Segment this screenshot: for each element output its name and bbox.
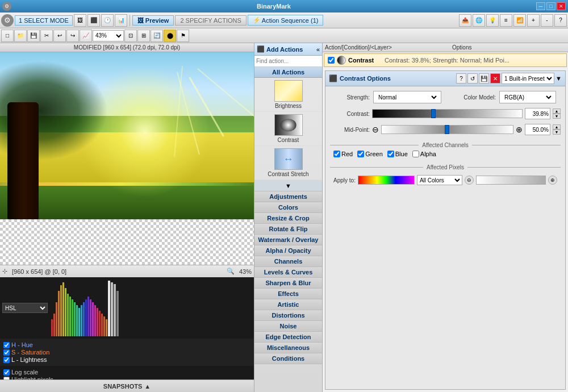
wifi-icon[interactable]: 📶 xyxy=(513,14,526,27)
contrast-slider-thumb[interactable] xyxy=(431,109,436,118)
toolbar-icon-1[interactable]: 🖼 xyxy=(74,14,86,27)
distortions-category[interactable]: Distortions xyxy=(254,310,322,321)
lightness-checkbox[interactable] xyxy=(3,357,10,363)
contrast-action-item[interactable]: Contrast xyxy=(254,112,322,146)
undo-btn[interactable]: ↩ xyxy=(53,30,66,42)
contrast-action-row[interactable]: Contrast Contrast: 39.8%; Strength: Norm… xyxy=(324,53,567,67)
watermark-category[interactable]: Watermark / Overlay xyxy=(254,235,322,245)
red-channel-checkbox[interactable] xyxy=(333,151,340,157)
hue-checkbox[interactable] xyxy=(3,342,10,348)
all-actions-tab[interactable]: All Actions xyxy=(254,67,322,78)
contrast-stretch-action-item[interactable]: ↔ Contrast Stretch xyxy=(254,146,322,180)
artistic-category[interactable]: Artistic xyxy=(254,299,322,310)
hist-btn[interactable]: 📈 xyxy=(80,30,92,42)
add-icon[interactable]: + xyxy=(527,14,540,27)
green-channel-checkbox[interactable] xyxy=(357,151,364,157)
color-model-select[interactable]: RGB(A) HSL Lab xyxy=(502,94,553,101)
specify-actions-button[interactable]: 2 SPECIFY ACTIONS xyxy=(175,15,246,26)
add-actions-icon: ⬛ xyxy=(257,45,265,53)
brightness-action-item[interactable]: Brightness xyxy=(254,78,322,112)
options-body: Strength: Normal Strong Soft Color Model… xyxy=(325,86,565,192)
help-icon[interactable]: ? xyxy=(554,14,567,27)
minus-icon[interactable]: - xyxy=(541,14,553,27)
select-mode-button[interactable]: 1 SELECT MODE xyxy=(15,15,73,26)
effects-category[interactable]: Effects xyxy=(254,289,322,299)
minimize-button[interactable]: ─ xyxy=(536,2,545,10)
options-undo-button[interactable]: ↺ xyxy=(467,73,478,84)
add-actions-button[interactable]: ⬛ Add Actions xyxy=(257,45,303,53)
midpoint-slider-track[interactable] xyxy=(381,125,513,134)
redo-btn[interactable]: ↪ xyxy=(66,30,79,42)
noise-category[interactable]: Noise xyxy=(254,321,322,332)
levels-curves-category[interactable]: Levels & Curves xyxy=(254,267,322,278)
toolbar-icon-2[interactable]: ⬛ xyxy=(87,14,100,27)
adjustments-category[interactable]: Adjustments xyxy=(254,191,322,202)
strength-select[interactable]: Normal Strong Soft xyxy=(376,94,438,101)
options-save-button[interactable]: 💾 xyxy=(479,73,489,84)
conditions-category[interactable]: Conditions xyxy=(254,353,322,364)
contrast-slider-track[interactable] xyxy=(372,109,523,118)
contrast-spin-down[interactable]: ▼ xyxy=(553,114,561,119)
refresh-btn[interactable]: 🔄 xyxy=(151,30,163,42)
toolbar-icon-3[interactable]: 🕐 xyxy=(101,14,114,27)
apply-to-row: Apply to: All Colors ⊖ ⊕ xyxy=(330,173,561,187)
zoom-actual-btn[interactable]: ⊞ xyxy=(137,30,150,42)
bulb-icon[interactable]: 💡 xyxy=(486,14,499,27)
pixels-minus-btn[interactable]: ⊖ xyxy=(465,176,474,185)
midpoint-spin-up[interactable]: ▲ xyxy=(553,124,561,130)
midpoint-spinner[interactable]: ▲ ▼ xyxy=(553,124,561,135)
new-btn[interactable]: □ xyxy=(1,30,14,42)
log-scale-checkbox[interactable] xyxy=(3,369,10,376)
strength-color-row: Strength: Normal Strong Soft Color Model… xyxy=(330,91,561,103)
preset-select[interactable]: 1 Built-in Preset xyxy=(502,73,554,84)
zoom-fit-btn[interactable]: ⊡ xyxy=(124,30,137,42)
strength-dropdown[interactable]: Normal Strong Soft xyxy=(373,91,441,103)
action-sequence-button[interactable]: ⚡ Action Sequence (1) xyxy=(248,15,324,26)
color-btn[interactable]: ⬤ xyxy=(164,30,176,42)
search-input[interactable] xyxy=(256,58,323,64)
midpoint-minus-btn[interactable]: ⊖ xyxy=(372,125,379,134)
save-btn[interactable]: 💾 xyxy=(27,30,40,42)
apply-dropdown[interactable]: All Colors xyxy=(417,175,462,185)
color-model-dropdown[interactable]: RGB(A) HSL Lab xyxy=(499,91,556,103)
preview-button[interactable]: 🖼 Preview xyxy=(132,15,174,26)
snapshots-bar[interactable]: SNAPSHOTS ▲ xyxy=(0,380,254,392)
options-close-button[interactable]: ✕ xyxy=(490,73,500,84)
collapse-icon[interactable]: « xyxy=(316,46,320,53)
midpoint-slider-thumb[interactable] xyxy=(445,125,449,134)
globe-icon[interactable]: 🌐 xyxy=(473,14,485,27)
channels-category[interactable]: Channels xyxy=(254,256,322,267)
contrast-row-checkbox[interactable] xyxy=(328,57,335,64)
pixels-plus-btn[interactable]: ⊕ xyxy=(548,176,557,185)
highlight-pixels-checkbox[interactable] xyxy=(3,377,10,380)
rotate-flip-category[interactable]: Rotate & Flip xyxy=(254,224,322,235)
flag-btn[interactable]: ⚑ xyxy=(177,30,189,42)
contrast-spinner[interactable]: ▲ ▼ xyxy=(553,109,561,119)
saturation-checkbox[interactable] xyxy=(3,349,10,356)
sharpen-blur-category[interactable]: Sharpen & Blur xyxy=(254,278,322,289)
options-help-button[interactable]: ? xyxy=(456,73,466,84)
list-icon[interactable]: ≡ xyxy=(500,14,512,27)
toolbar-icon-4[interactable]: 📊 xyxy=(115,14,127,27)
histogram-mode-select[interactable]: HSL RGB Luminosity xyxy=(2,303,48,313)
close-button[interactable]: ✕ xyxy=(557,2,566,10)
midpoint-plus-btn[interactable]: ⊕ xyxy=(516,125,523,134)
edge-detection-category[interactable]: Edge Detection xyxy=(254,332,322,343)
specify-label: 2 SPECIFY ACTIONS xyxy=(180,17,241,24)
miscellaneous-category[interactable]: Miscellaneous xyxy=(254,343,322,353)
alpha-channel-checkbox[interactable] xyxy=(412,151,419,157)
open-btn[interactable]: 📁 xyxy=(14,30,27,42)
maximize-button[interactable]: □ xyxy=(546,2,556,10)
alpha-opacity-category[interactable]: Alpha / Opacity xyxy=(254,245,322,256)
zoom-select[interactable]: 43% 25% 50% 100% xyxy=(93,30,124,41)
midpoint-spin-down[interactable]: ▼ xyxy=(553,130,561,135)
scroll-down-indicator[interactable]: ▼ xyxy=(254,180,322,191)
colors-category[interactable]: Colors xyxy=(254,202,322,213)
contrast-spin-up[interactable]: ▲ xyxy=(553,109,561,114)
blue-channel-checkbox[interactable] xyxy=(387,151,394,157)
pixels-slider[interactable] xyxy=(476,176,546,185)
output-icon[interactable]: 📤 xyxy=(459,14,471,27)
cut-btn[interactable]: ✂ xyxy=(40,30,53,42)
resize-crop-category[interactable]: Resize & Crop xyxy=(254,213,322,224)
app-settings-icon[interactable]: ⚙ xyxy=(1,14,14,27)
